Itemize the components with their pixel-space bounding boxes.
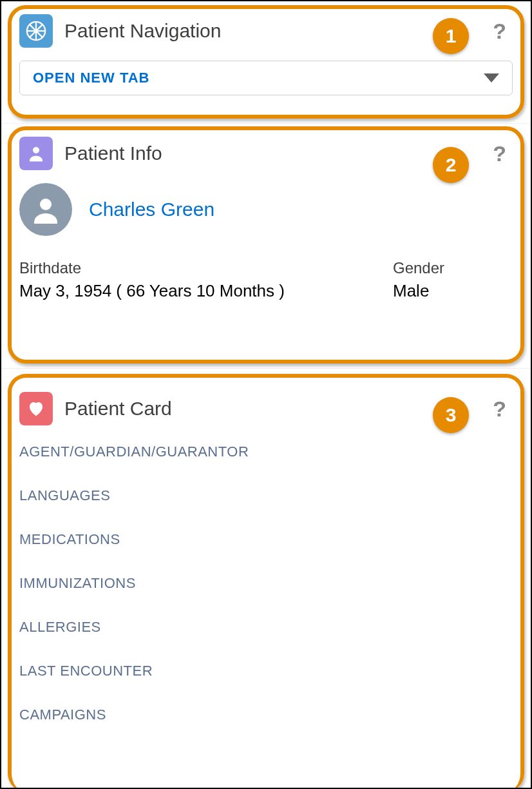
dropdown-label: OPEN NEW TAB [33, 70, 149, 86]
panel-title: Patient Info [64, 142, 481, 164]
patient-name-link[interactable]: Charles Green [89, 199, 214, 220]
section-link-campaigns[interactable]: CAMPAIGNS [19, 706, 513, 723]
help-icon[interactable]: ? [493, 141, 506, 166]
field-label: Birthdate [19, 259, 367, 277]
section-link-allergies[interactable]: ALLERGIES [19, 619, 513, 636]
callout-badge-3: 3 [433, 397, 469, 433]
panel-title: Patient Card [64, 398, 481, 420]
compass-icon [19, 14, 53, 48]
section-link-agent[interactable]: AGENT/GUARDIAN/GUARANTOR [19, 443, 513, 460]
patient-info-panel: 2 Patient Info ? Charles Green Birthdate… [1, 124, 531, 369]
gender-field: Gender Male [393, 259, 444, 301]
patient-fields: Birthdate May 3, 1954 ( 66 Years 10 Mont… [19, 259, 513, 301]
field-value: Male [393, 281, 444, 301]
svg-point-5 [33, 147, 39, 153]
callout-badge-1: 1 [433, 18, 469, 54]
section-link-immunizations[interactable]: IMMUNIZATIONS [19, 575, 513, 592]
chevron-down-icon [484, 73, 499, 83]
birthdate-field: Birthdate May 3, 1954 ( 66 Years 10 Mont… [19, 259, 367, 301]
patient-identity-row: Charles Green [19, 183, 513, 236]
panel-title: Patient Navigation [64, 20, 481, 42]
field-value: May 3, 1954 ( 66 Years 10 Months ) [19, 281, 367, 301]
section-link-languages[interactable]: LANGUAGES [19, 487, 513, 504]
field-label: Gender [393, 259, 444, 277]
patient-navigation-panel: 1 Patient Navigation ? OPEN NEW TAB [1, 1, 531, 124]
section-link-medications[interactable]: MEDICATIONS [19, 531, 513, 548]
person-icon [19, 137, 53, 170]
svg-point-6 [40, 199, 52, 210]
avatar [19, 183, 72, 236]
heart-icon [19, 392, 53, 425]
help-icon[interactable]: ? [493, 19, 506, 44]
section-link-last-encounter[interactable]: LAST ENCOUNTER [19, 663, 513, 679]
patient-card-panel: 3 Patient Card ? AGENT/GUARDIAN/GUARANTO… [1, 369, 531, 788]
callout-badge-2: 2 [433, 147, 469, 183]
help-icon[interactable]: ? [493, 396, 506, 422]
open-new-tab-dropdown[interactable]: OPEN NEW TAB [19, 61, 513, 95]
